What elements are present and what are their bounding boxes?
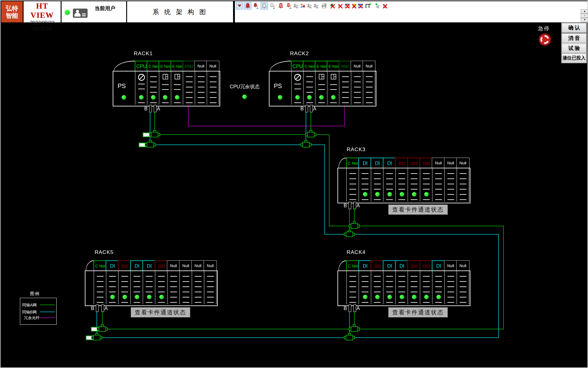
vent-line [97, 297, 104, 297]
vent-line [349, 297, 356, 297]
confirm-button[interactable]: 确 认 [562, 23, 586, 33]
vent-line [460, 184, 466, 184]
card-status-led [307, 95, 312, 100]
vent-line [411, 292, 417, 292]
vent-line [362, 292, 368, 292]
card-status-led [387, 192, 392, 197]
slot-header-e-net: E Net [171, 61, 184, 72]
mute-button[interactable]: 消 音 [562, 33, 586, 43]
alarm-dropdown-icon[interactable] [236, 2, 243, 10]
scroll-middle-button[interactable]: ↕ [581, 13, 588, 18]
alarm-bell-normal-icon[interactable] [261, 2, 268, 10]
alarm-bell-ack-user-icon[interactable] [252, 2, 260, 10]
vent-line [210, 92, 217, 93]
vent-line [423, 286, 430, 287]
suppress-window-2-icon[interactable] [357, 2, 364, 10]
slot-header-di: DI [358, 260, 372, 272]
test-button[interactable]: 试 验 [562, 44, 586, 53]
vent-line [306, 76, 313, 77]
trend-curve-icon[interactable] [364, 2, 372, 10]
slot-header-cpu: CPU [135, 61, 148, 72]
operator-group-3-icon[interactable] [312, 2, 320, 10]
vent-line [374, 302, 381, 303]
vent-line [109, 302, 116, 303]
vent-line [109, 281, 116, 282]
slot-header-null: Null [191, 260, 205, 271]
vent-line [183, 297, 189, 297]
vent-line [186, 76, 193, 77]
vent-line [318, 89, 325, 90]
scroll-down-button[interactable]: ▼ [581, 18, 588, 22]
vent-line [146, 281, 153, 282]
alarm-bell-normal-user-icon[interactable] [269, 2, 276, 10]
vent-line [423, 189, 430, 190]
suppress-tree-icon[interactable] [329, 2, 336, 10]
card-status-led [110, 295, 115, 299]
scroll-up-button[interactable]: ▲ [581, 9, 588, 13]
vent-line [435, 184, 442, 184]
vent-line [460, 292, 466, 292]
vent-line [349, 184, 356, 184]
pointer-disable-icon[interactable] [381, 2, 389, 10]
date-text: 2022/09/23 [24, 20, 61, 26]
operator-group-icon[interactable] [292, 2, 300, 10]
vent-line [183, 281, 189, 282]
slot-header-di: DI [383, 158, 397, 169]
vent-line [411, 199, 417, 200]
vent-line [121, 292, 128, 292]
rack-rack4: RACK4C NetDIDODIDIDODODINullNullBA查看卡件通道… [337, 260, 469, 317]
alarm-bell-active-icon[interactable] [244, 2, 251, 10]
vent-line [398, 276, 405, 277]
slot-divider [339, 71, 339, 105]
user-card-icon[interactable] [73, 9, 88, 18]
vent-line [447, 199, 454, 200]
card-status-led [363, 192, 368, 197]
vent-line [158, 276, 165, 277]
slot-header-di: DI [142, 260, 156, 272]
vent-line [423, 184, 430, 184]
vent-line [447, 302, 454, 303]
view-channel-status-button[interactable]: 查看卡件通道状态 [388, 205, 448, 215]
vent-line [423, 178, 430, 179]
vent-line [294, 89, 301, 89]
card-status-led [147, 295, 152, 299]
vent-line [186, 97, 193, 98]
suppress-window-icon[interactable] [344, 2, 351, 10]
rack-corner-arc [338, 158, 346, 168]
vent-line [210, 76, 217, 77]
vent-line [186, 102, 193, 103]
level-engaged-button[interactable]: 液位已投入 [562, 53, 586, 63]
operator-alarm-icon[interactable] [299, 2, 306, 10]
print-report-icon[interactable] [320, 2, 328, 10]
slot-divider [159, 71, 159, 105]
vent-line [386, 184, 393, 184]
view-channel-status-button[interactable]: 查看卡件通道状态 [131, 307, 190, 317]
slot-divider [195, 71, 195, 105]
view-channel-status-button[interactable]: 查看卡件通道状态 [388, 307, 448, 317]
operator-group-2-icon[interactable] [306, 2, 313, 10]
slot-header-c-net: C Net [93, 260, 107, 272]
suppress-zero-icon[interactable]: 0 [337, 2, 344, 10]
slot-header-null: Null [167, 260, 180, 271]
pointer-enable-icon[interactable] [374, 2, 382, 10]
slot-header-null: Null [444, 260, 457, 271]
rack-body [337, 270, 470, 306]
vent-line [158, 286, 165, 287]
slot-divider [171, 71, 171, 105]
vent-line [183, 292, 189, 292]
vent-line [195, 297, 202, 297]
alarm-bell-shelved-icon[interactable] [277, 2, 285, 10]
card-status-led [375, 295, 380, 299]
vent-line [435, 194, 442, 195]
vent-line [386, 178, 393, 179]
slot-header-null: Null [204, 260, 217, 271]
vent-line [460, 173, 466, 174]
vent-line [386, 292, 393, 292]
alarm-bell-shelved-user-icon[interactable] [285, 2, 293, 10]
vent-line [150, 87, 157, 87]
vent-line [198, 76, 205, 77]
estop-button-icon[interactable] [538, 33, 552, 47]
vent-line [435, 173, 442, 174]
slot-divider [420, 168, 420, 201]
slot-divider [315, 71, 315, 105]
